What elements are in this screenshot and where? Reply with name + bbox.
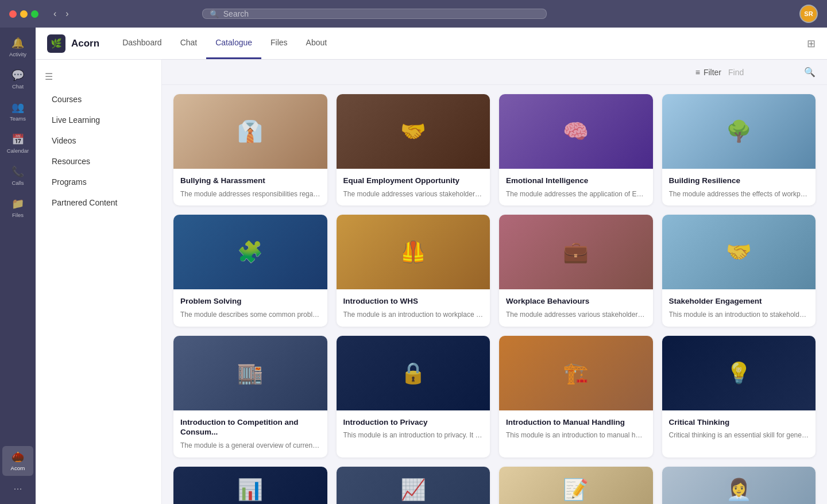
sidebar-item-calendar[interactable]: 📅 Calendar: [2, 129, 33, 158]
course-thumbnail: 👔: [173, 94, 327, 169]
course-card[interactable]: 💡 Critical Thinking Critical thinking is…: [662, 336, 816, 458]
chat-icon: 💬: [11, 69, 24, 82]
course-info: Introduction to Privacy This module is a…: [337, 410, 490, 447]
course-thumbnail: 🔒: [337, 336, 490, 410]
filter-button[interactable]: ≡ Filter: [695, 68, 721, 77]
more-apps-button[interactable]: ···: [9, 478, 26, 499]
course-thumbnail: 🏗️: [499, 336, 653, 410]
find-search-icon[interactable]: 🔍: [804, 67, 816, 77]
course-thumbnail: 📈: [337, 467, 490, 504]
sidebar-item-courses[interactable]: Courses: [40, 89, 157, 110]
sidebar-item-resources[interactable]: Resources: [40, 151, 157, 172]
course-card[interactable]: 💼 Workplace Behaviours The module addres…: [499, 215, 653, 326]
tab-dashboard[interactable]: Dashboard: [113, 28, 171, 59]
course-card[interactable]: 🧩 Problem Solving The module describes s…: [173, 215, 327, 326]
course-description: The module addresses various stakeholder…: [343, 189, 484, 199]
tab-about[interactable]: About: [297, 28, 337, 59]
course-info: Introduction to Competition and Consum..…: [173, 410, 327, 458]
course-title: Introduction to Competition and Consum..…: [180, 417, 320, 437]
sidebar-item-programs[interactable]: Programs: [40, 172, 157, 192]
sidebar-item-label: Calls: [11, 180, 24, 186]
course-card[interactable]: 🔒 Introduction to Privacy This module is…: [337, 336, 490, 458]
course-description: Critical thinking is an essential skill …: [669, 431, 809, 440]
course-card[interactable]: 🤝 Equal Employment Opportunity The modul…: [337, 94, 490, 206]
notification-icon[interactable]: ⊞: [807, 38, 816, 49]
app-logo: 🌿 Acorn: [47, 34, 99, 53]
course-card[interactable]: 👩‍💼: [662, 467, 816, 504]
sidebar-toggle[interactable]: ☰: [36, 69, 161, 89]
calendar-icon: 📅: [11, 133, 24, 146]
course-thumbnail: 🤝: [662, 215, 816, 289]
activity-icon: 🔔: [11, 37, 24, 49]
tab-files[interactable]: Files: [261, 28, 297, 59]
course-title: Introduction to Manual Handling: [506, 417, 646, 428]
sidebar-item-teams[interactable]: 👥 Teams: [2, 96, 33, 126]
course-card[interactable]: 🏬 Introduction to Competition and Consum…: [173, 336, 327, 458]
course-title: Workplace Behaviours: [506, 296, 646, 307]
sidebar-item-calls[interactable]: 📞 Calls: [2, 161, 33, 191]
catalogue-area: ≡ Filter 🔍 👔 Bullying & Harassment The m…: [162, 60, 827, 504]
search-input[interactable]: [223, 9, 539, 18]
course-card[interactable]: 📊: [173, 467, 327, 504]
sidebar-item-videos[interactable]: Videos: [40, 130, 157, 151]
course-thumbnail: 💡: [662, 336, 816, 410]
traffic-lights: [9, 10, 38, 18]
maximize-button[interactable]: [31, 10, 38, 18]
course-info: Stakeholder Engagement This module is an…: [662, 289, 816, 326]
minimize-button[interactable]: [20, 10, 28, 18]
teams-icon: 👥: [11, 101, 24, 114]
course-title: Problem Solving: [180, 296, 320, 307]
title-search-bar[interactable]: 🔍: [202, 9, 547, 19]
course-description: The module addresses the effects of work…: [669, 189, 809, 199]
course-thumbnail: 📊: [173, 467, 327, 504]
sidebar-item-label: Activity: [9, 51, 26, 57]
tab-chat[interactable]: Chat: [171, 28, 207, 59]
avatar[interactable]: SR: [799, 5, 818, 23]
catalogue-toolbar: ≡ Filter 🔍: [162, 60, 827, 85]
course-card[interactable]: 🤝 Stakeholder Engagement This module is …: [662, 215, 816, 326]
course-title: Introduction to WHS: [343, 296, 484, 307]
course-card[interactable]: 🏗️ Introduction to Manual Handling This …: [499, 336, 653, 458]
close-button[interactable]: [9, 10, 17, 18]
course-card[interactable]: 👔 Bullying & Harassment The module addre…: [173, 94, 327, 206]
course-card[interactable]: 🌳 Building Resilience The module address…: [662, 94, 816, 206]
calls-icon: 📞: [11, 165, 24, 178]
forward-button[interactable]: ›: [62, 7, 72, 20]
tab-catalogue[interactable]: Catalogue: [206, 28, 261, 59]
nav-arrows: ‹ ›: [50, 7, 72, 20]
search-icon: 🔍: [210, 10, 219, 18]
sidebar-item-partnered-content[interactable]: Partnered Content: [40, 192, 157, 213]
course-title: Bullying & Harassment: [180, 176, 320, 186]
course-card[interactable]: 🦺 Introduction to WHS The module is an i…: [337, 215, 490, 326]
course-info: Introduction to WHS The module is an int…: [337, 289, 490, 326]
course-title: Equal Employment Opportunity: [343, 176, 484, 186]
sidebar-item-label: Calendar: [7, 148, 29, 154]
back-button[interactable]: ‹: [50, 7, 60, 20]
sidebar-item-acorn[interactable]: 🌰 Acorn: [2, 446, 33, 476]
course-card[interactable]: 📈: [337, 467, 490, 504]
course-info: Equal Employment Opportunity The module …: [337, 169, 490, 206]
course-thumbnail: 🧩: [173, 215, 327, 289]
course-description: This module is an introduction to privac…: [343, 431, 484, 440]
course-description: The module is a general overview of curr…: [180, 441, 320, 451]
course-title: Critical Thinking: [669, 417, 809, 428]
course-thumbnail: 🌳: [662, 94, 816, 169]
sidebar-item-files[interactable]: 📁 Files: [2, 193, 33, 223]
find-input[interactable]: [728, 68, 797, 77]
course-title: Stakeholder Engagement: [669, 296, 809, 307]
course-info: Problem Solving The module describes som…: [173, 289, 327, 326]
header-right: ⊞: [807, 37, 816, 50]
app-nav: Dashboard Chat Catalogue Files About: [113, 28, 336, 59]
course-card[interactable]: 📝: [499, 467, 653, 504]
course-card[interactable]: 🧠 Emotional Intelligence The module addr…: [499, 94, 653, 206]
catalogue-grid: 👔 Bullying & Harassment The module addre…: [162, 85, 827, 504]
course-info: Workplace Behaviours The module addresse…: [499, 289, 653, 326]
sidebar-item-activity[interactable]: 🔔 Activity: [2, 32, 33, 62]
course-title: Introduction to Privacy: [343, 417, 484, 428]
sidebar-item-live-learning[interactable]: Live Learning: [40, 110, 157, 130]
course-description: The module is an introduction to workpla…: [343, 310, 484, 320]
filter-label: Filter: [704, 68, 721, 77]
course-description: The module addresses responsibilities re…: [180, 189, 320, 199]
course-thumbnail: 💼: [499, 215, 653, 289]
sidebar-item-chat[interactable]: 💬 Chat: [2, 64, 33, 94]
